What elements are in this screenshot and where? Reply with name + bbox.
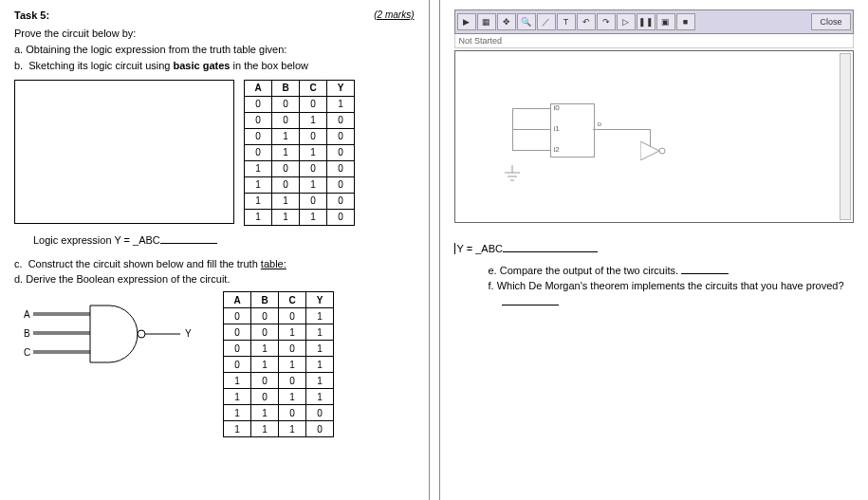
- input-a-label: A: [24, 309, 30, 320]
- simulator-toolbar: ▶ ▦ ✥ 🔍 ／ T ↶ ↷ ▷ ❚❚ ▣ ■ Close: [454, 9, 855, 34]
- tool-stop-icon[interactable]: ■: [676, 13, 695, 30]
- ground-icon: [503, 165, 522, 184]
- blank-line: [503, 242, 598, 252]
- step-f: f. Which De Morgan's theorem implements …: [502, 279, 855, 292]
- page-divider: [429, 0, 440, 500]
- logic-expression-1: Logic expression Y = _ABC: [33, 233, 415, 246]
- task-title: Task 5:: [14, 9, 49, 21]
- step-d: d. Derive the Boolean expression of the …: [28, 272, 415, 286]
- tool-pan-icon[interactable]: ✥: [497, 13, 516, 30]
- blank-line: [160, 233, 217, 244]
- logic-expression-2: Y = _ABC: [454, 242, 855, 254]
- step-b: b. Sketching its logic circuit using bas…: [28, 59, 415, 72]
- input-b-label: B: [24, 328, 30, 339]
- pin-i1: i1: [554, 124, 560, 133]
- truth-table-2: A B C Y 0001 0011 0101 0111 1001 1011 11…: [223, 291, 334, 437]
- wire: [512, 108, 513, 150]
- t1-h-a: A: [245, 80, 272, 96]
- svg-point-9: [659, 148, 665, 154]
- t1-h-b: B: [272, 80, 300, 96]
- close-button[interactable]: Close: [811, 13, 851, 30]
- tool-wire-icon[interactable]: ／: [537, 13, 556, 30]
- tool-step-icon[interactable]: ▣: [656, 13, 675, 30]
- wire: [512, 108, 550, 109]
- input-c-label: C: [24, 347, 30, 358]
- svg-marker-8: [640, 141, 659, 160]
- marks-label: (2 marks): [374, 9, 414, 21]
- prove-intro: Prove the circuit below by:: [14, 27, 415, 40]
- wire: [512, 129, 550, 130]
- tool-undo-icon[interactable]: ↶: [577, 13, 596, 30]
- task-header: Task 5: (2 marks): [14, 9, 415, 21]
- tool-zoom-icon[interactable]: 🔍: [517, 13, 536, 30]
- wire: [593, 129, 650, 130]
- t1-h-y: Y: [327, 80, 355, 96]
- pin-i0: i0: [554, 103, 560, 112]
- nand-and-truth-row: A B C Y A B C Y 0001 0011 0101 0111 1001…: [14, 291, 415, 437]
- tool-pause-icon[interactable]: ❚❚: [637, 13, 656, 30]
- tool-play-icon[interactable]: ▷: [617, 13, 636, 30]
- t1-h-c: C: [300, 80, 327, 96]
- simulator-canvas[interactable]: i0 i1 i2 o: [454, 50, 855, 223]
- buffer-gate-icon: [640, 141, 667, 160]
- vertical-scrollbar[interactable]: [840, 53, 851, 220]
- nand-circuit-diagram: A B C Y: [14, 291, 204, 377]
- truth-table-1: A B C Y 0001 0010 0100 0110 1000 1010 11…: [244, 80, 355, 226]
- tool-pointer-icon[interactable]: ▶: [457, 13, 476, 30]
- sketch-box: [14, 80, 234, 224]
- left-page: Task 5: (2 marks) Prove the circuit belo…: [0, 0, 429, 500]
- tool-select-icon[interactable]: ▦: [477, 13, 496, 30]
- right-page: ▶ ▦ ✥ 🔍 ／ T ↶ ↷ ▷ ❚❚ ▣ ■ Close Not Start…: [440, 0, 869, 500]
- tool-text-icon[interactable]: T: [557, 13, 576, 30]
- wire: [512, 150, 550, 151]
- blank-line: [502, 295, 559, 306]
- step-c: c. Construct the circuit shown below and…: [28, 257, 415, 270]
- svg-point-6: [138, 330, 145, 338]
- tool-redo-icon[interactable]: ↷: [597, 13, 616, 30]
- sim-status: Not Started: [454, 34, 855, 48]
- step-a: a. Obtaining the logic expression from t…: [28, 43, 415, 56]
- output-y-label: Y: [185, 328, 192, 339]
- pin-out: o: [598, 120, 601, 128]
- pin-i2: i2: [554, 145, 560, 154]
- step-e: e. Compare the output of the two circuit…: [502, 264, 855, 277]
- sketch-and-truth-row: A B C Y 0001 0010 0100 0110 1000 1010 11…: [14, 80, 415, 226]
